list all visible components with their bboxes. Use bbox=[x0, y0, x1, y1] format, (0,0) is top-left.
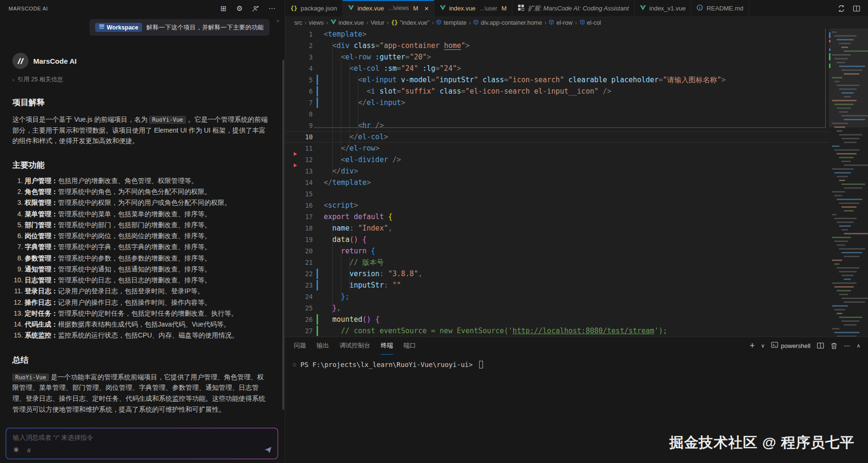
code-line[interactable]: 23 inputStr: "" bbox=[285, 280, 868, 291]
code-line[interactable]: 18 name: "Index", bbox=[285, 222, 868, 234]
maximize-panel-icon[interactable]: ∧ bbox=[857, 343, 860, 349]
code-line[interactable]: 19 data() { bbox=[285, 234, 868, 245]
sidebar-actions: ⊞ ⚙ ⋯ bbox=[219, 4, 276, 13]
minimap-line bbox=[841, 298, 868, 299]
code-line[interactable]: 8 bbox=[285, 108, 868, 120]
code-line[interactable]: 7 </el-input> bbox=[285, 97, 868, 108]
breadcrumb-item[interactable]: {}"index.vue" bbox=[391, 19, 430, 26]
code-line[interactable]: 9 <hr /> bbox=[285, 120, 868, 131]
breadcrumb-item[interactable]: el-col bbox=[579, 19, 601, 27]
sidebar-title: MARSCODE AI bbox=[9, 6, 48, 11]
new-chat-icon[interactable]: ⊞ bbox=[219, 4, 228, 13]
minimap-line bbox=[839, 43, 851, 44]
breadcrumb-item[interactable]: div.app-container.home bbox=[473, 19, 542, 27]
panel-tab[interactable]: 输出 bbox=[317, 337, 329, 354]
more-actions-icon[interactable]: ⋯ bbox=[268, 4, 276, 13]
code-line[interactable]: 4 <el-col :sm="24" :lg="24"> bbox=[285, 63, 868, 74]
code-line[interactable]: 16<script> bbox=[285, 200, 868, 211]
tab-readme.md[interactable]: README.md bbox=[691, 0, 749, 17]
sidebar-scrollbar[interactable] bbox=[282, 60, 284, 410]
code-line[interactable]: 27 // const eventSource = new EventSourc… bbox=[285, 325, 868, 337]
tab-package.json[interactable]: {}package.json bbox=[285, 0, 343, 17]
code-line[interactable]: 2 <div class="app-container home"> bbox=[285, 40, 868, 51]
minimap-line bbox=[841, 138, 859, 139]
code-line[interactable]: 24 }; bbox=[285, 291, 868, 302]
vue-icon bbox=[330, 19, 337, 26]
minimap-line bbox=[844, 73, 859, 75]
feature-item: 用户管理：包括用户的增删改查、角色管理、权限管理等。 bbox=[25, 175, 270, 186]
send-icon[interactable] bbox=[264, 446, 272, 455]
gutter-decoration bbox=[313, 211, 324, 222]
deleted-lines-icon[interactable] bbox=[294, 164, 297, 167]
split-editor-icon[interactable] bbox=[853, 5, 860, 12]
tab-index.vue[interactable]: index.vue...\viewsM× bbox=[343, 0, 434, 17]
tab-index.vue[interactable]: index.vue...\userM bbox=[434, 0, 512, 17]
code-line[interactable]: 14</template> bbox=[285, 177, 868, 188]
code-line[interactable]: 15 bbox=[285, 188, 868, 200]
breadcrumb-item[interactable]: views bbox=[309, 19, 324, 26]
panel-tab[interactable]: 端口 bbox=[404, 337, 416, 354]
code-line[interactable]: 26 mounted() { bbox=[285, 314, 868, 325]
panel-tab[interactable]: 问题 bbox=[294, 337, 306, 354]
minimap-change-marker bbox=[829, 32, 830, 38]
tab--marscode-ai-coding-assistant[interactable]: 扩展: MarsCode AI: Coding Assistant bbox=[512, 0, 635, 17]
indent-guide bbox=[332, 40, 333, 177]
breadcrumb-item[interactable]: src bbox=[294, 19, 302, 26]
gear-icon[interactable]: ⚙ bbox=[235, 4, 244, 13]
feature-item: 角色管理：管理系统中的角色，为不同的角色分配不同的权限。 bbox=[25, 186, 270, 197]
hash-icon[interactable]: # bbox=[27, 447, 31, 454]
kill-terminal-icon[interactable] bbox=[830, 342, 838, 349]
gutter-decoration bbox=[313, 131, 324, 143]
editor-action-icons bbox=[838, 0, 868, 17]
minimap-line bbox=[834, 286, 854, 288]
chat-input-toolbar: # bbox=[13, 446, 272, 455]
code-line[interactable]: 12 <el-divider /> bbox=[285, 154, 868, 165]
new-terminal-icon[interactable]: + bbox=[750, 341, 755, 351]
cube-icon bbox=[473, 19, 479, 27]
breadcrumb-item[interactable]: template bbox=[436, 19, 466, 27]
minimap-line bbox=[841, 161, 851, 162]
code-line[interactable]: 10 </el-col> bbox=[285, 131, 868, 143]
panel-tab[interactable]: 调试控制台 bbox=[339, 337, 370, 354]
deleted-lines-icon[interactable] bbox=[294, 152, 297, 156]
chat-input[interactable]: 输入消息或者 "/" 来选择指令 # bbox=[6, 428, 278, 459]
gutter-decoration bbox=[313, 188, 324, 200]
code-line[interactable]: 20 return { bbox=[285, 245, 868, 257]
breadcrumb-item[interactable]: index.vue bbox=[330, 19, 364, 26]
open-changes-icon[interactable] bbox=[838, 5, 845, 12]
chevron-down-icon[interactable]: ∨ bbox=[761, 343, 765, 349]
code-line[interactable]: 17export default { bbox=[285, 211, 868, 222]
gutter-decoration bbox=[313, 63, 324, 74]
references-toggle[interactable]: › 引用 25 相关信息 bbox=[12, 76, 270, 84]
minimap-line bbox=[832, 305, 848, 307]
terminal-instance[interactable]: powershell bbox=[771, 342, 810, 349]
minimap-line bbox=[837, 313, 842, 314]
code-line[interactable]: 6 <i slot="suffix" class="el-icon-search… bbox=[285, 86, 868, 97]
workspace-badge: Workspace bbox=[95, 23, 142, 32]
more-actions-icon[interactable]: ⋯ bbox=[844, 342, 850, 349]
tab-index_v1.vue[interactable]: index_v1.vue bbox=[635, 0, 692, 17]
gutter-decoration bbox=[313, 177, 324, 188]
commands-icon[interactable] bbox=[13, 446, 19, 454]
code-line[interactable]: 13 </div> bbox=[285, 165, 868, 177]
code-line[interactable]: 22 version: "3.8.8", bbox=[285, 268, 868, 280]
indent-guide bbox=[341, 245, 341, 302]
breadcrumb-separator: › bbox=[326, 19, 328, 26]
close-icon[interactable]: × bbox=[424, 4, 429, 12]
chat-scroll-area[interactable]: Workspace 解释一下这个项目，并解释一下主要的功能 MarsCode A… bbox=[0, 17, 282, 425]
code-line[interactable]: 1<template> bbox=[285, 29, 868, 40]
code-line[interactable]: 25 }, bbox=[285, 302, 868, 314]
panel-tab[interactable]: 终端 bbox=[381, 337, 393, 355]
code-editor[interactable]: 1<template>2 <div class="app-container h… bbox=[285, 29, 868, 337]
features-heading: 主要功能 bbox=[12, 160, 270, 171]
breadcrumb-item[interactable]: Vetur bbox=[370, 19, 384, 26]
share-profile-icon[interactable] bbox=[251, 4, 260, 13]
code-line[interactable]: 3 <el-row :gutter="20"> bbox=[285, 51, 868, 63]
code-line[interactable]: 11 </el-row> bbox=[285, 143, 868, 154]
breadcrumb-item[interactable]: el-row bbox=[549, 19, 572, 27]
minimap[interactable] bbox=[829, 29, 868, 337]
terminal[interactable]: PS F:\projects\lx_learn\RuoYi-Vue\ruoyi-… bbox=[285, 354, 868, 368]
code-line[interactable]: 21 // 版本号 bbox=[285, 257, 868, 268]
code-line[interactable]: 5 <el-input v-model="inputStr" class="ic… bbox=[285, 74, 868, 86]
split-terminal-icon[interactable] bbox=[817, 342, 824, 349]
